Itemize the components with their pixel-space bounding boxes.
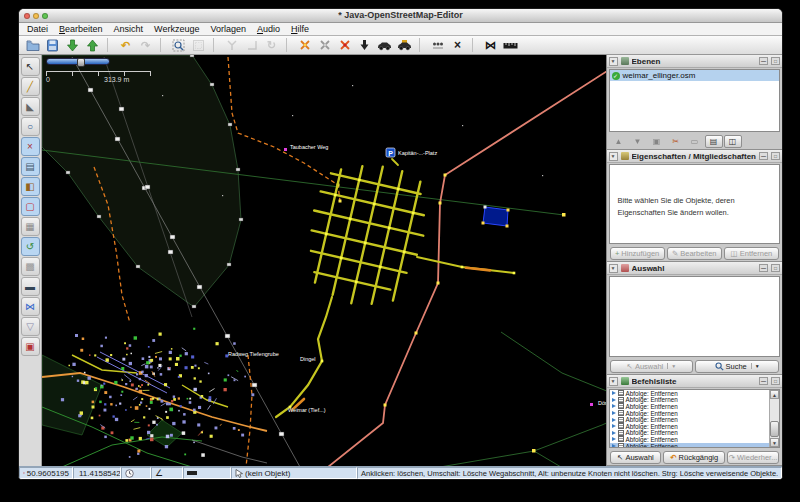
main-area: ↖╱◣○×▤◧▢▦↺▩▬⋈▽▣	[19, 55, 782, 466]
search-button[interactable]: Suche▼	[695, 360, 779, 373]
combine-way-button[interactable]	[316, 37, 333, 53]
menu-datei[interactable]: Datei	[27, 24, 48, 34]
desktop: * Java-OpenStreetMap-Editor DateiBearbei…	[0, 0, 800, 502]
collapse-icon[interactable]: ▼	[609, 152, 618, 161]
scrollbar[interactable]: ▲ ▼	[769, 390, 779, 447]
measure-button[interactable]	[502, 37, 519, 53]
minimize-window-button[interactable]	[33, 13, 39, 19]
menu-werkzeuge[interactable]: Werkzeuge	[154, 24, 199, 34]
unglue-node-button[interactable]	[223, 37, 240, 53]
save-button[interactable]	[44, 37, 61, 53]
join-node-to-way-button[interactable]	[356, 37, 373, 53]
edit-property-button[interactable]: ✎Bearbeiten	[667, 247, 722, 260]
zoom-slider[interactable]	[46, 58, 110, 65]
measure-tool[interactable]: ◣	[21, 97, 40, 116]
redo-button[interactable]: ↷	[137, 37, 154, 53]
layer-row[interactable]: ✓weimar_ellinger.osm	[610, 70, 779, 81]
open-file-button[interactable]	[24, 37, 41, 53]
zoom-to-data-button[interactable]	[190, 37, 207, 53]
command-panel-title: Befehlsliste	[632, 377, 756, 386]
map-label: Weimar (Tief...)	[288, 407, 326, 413]
properties-panel-header: ▼ Eigenschaften / Mitgliedschaften ― □	[607, 150, 782, 163]
command-select-button[interactable]: ↖Auswahl	[610, 451, 662, 464]
layer-move-down-button[interactable]: ▼	[629, 135, 647, 148]
close-icon[interactable]: □	[771, 57, 780, 65]
menu-ansicht[interactable]: Ansicht	[114, 24, 144, 34]
delete-mode-button[interactable]: ×	[449, 37, 466, 53]
close-icon[interactable]: □	[771, 152, 780, 160]
command-arrow-icon	[612, 437, 616, 441]
layers-panel-toggle[interactable]: ▤	[21, 157, 40, 176]
map-label: Kapitän-...-Platz	[398, 150, 437, 156]
command-arrow-icon	[612, 391, 616, 395]
menu-bearbeiten[interactable]: Bearbeiten	[59, 24, 103, 34]
merge-nodes-button[interactable]	[336, 37, 353, 53]
selection-menu-button[interactable]: ↖Auswahl▼	[610, 360, 694, 373]
conflicts-panel-toggle[interactable]: ▩	[21, 257, 40, 276]
layer-name: weimar_ellinger.osm	[623, 71, 696, 80]
menu-hilfe[interactable]: Hilfe	[291, 24, 309, 34]
command-arrow-icon	[612, 444, 616, 448]
filter-panel-toggle[interactable]: ▽	[21, 317, 40, 336]
upload-data-button[interactable]	[84, 37, 101, 53]
distribute-nodes-button[interactable]	[429, 37, 446, 53]
properties-panel-toggle[interactable]: ◧	[21, 177, 40, 196]
layer-visibility-button[interactable]: ▤	[705, 135, 723, 148]
collapse-icon[interactable]: ▼	[609, 377, 618, 386]
create-relation-button[interactable]: ⋈	[482, 37, 499, 53]
collapse-icon[interactable]: ▼	[609, 57, 618, 66]
layer-diff-button[interactable]: ▭	[686, 135, 704, 148]
select-tool[interactable]: ↖	[21, 57, 40, 76]
command-row[interactable]: Abfolge: Entfernen	[610, 443, 769, 448]
scrollbar-thumb[interactable]	[770, 421, 779, 437]
collapse-icon[interactable]: ▼	[609, 264, 618, 273]
vehicle-tool-button[interactable]	[376, 37, 393, 53]
zoom-to-selection-button[interactable]	[170, 37, 187, 53]
close-icon[interactable]: □	[771, 264, 780, 272]
zoom-window-button[interactable]	[42, 13, 48, 19]
stick-icon[interactable]: ―	[759, 264, 768, 272]
map-styles-toggle[interactable]: ▣	[21, 337, 40, 356]
layer-delete-button[interactable]: ◫	[724, 135, 742, 148]
layer-merge-button[interactable]: ✂	[667, 135, 685, 148]
selection-panel-header: ▼ Auswahl ― □	[607, 262, 782, 275]
add-property-button[interactable]: +Hinzufügen	[610, 247, 665, 260]
undo-button[interactable]: ↶	[117, 37, 134, 53]
map-canvas[interactable]: P	[42, 55, 606, 466]
delete-property-button[interactable]: ◫Entfernen	[724, 247, 779, 260]
commands-panel-toggle[interactable]: ↺	[21, 237, 40, 256]
update-data-button[interactable]: ↻	[263, 37, 280, 53]
authors-panel-toggle[interactable]: ⋈	[21, 297, 40, 316]
scroll-down-icon[interactable]: ▼	[770, 438, 779, 447]
vehicle-locked-tool-button[interactable]	[396, 37, 413, 53]
scale-labels: 0 313.9 m	[46, 76, 151, 84]
close-window-button[interactable]	[24, 13, 30, 19]
map-scale-widget: 0 313.9 m	[46, 58, 156, 84]
orthogonalize-button[interactable]	[243, 37, 260, 53]
close-icon[interactable]: □	[771, 377, 780, 385]
changeset-panel-toggle[interactable]: ▬	[21, 277, 40, 296]
zoom-slider-handle[interactable]	[77, 58, 85, 67]
toolbar-separator	[107, 38, 114, 52]
selection-panel-toggle[interactable]: ▢	[21, 197, 40, 216]
stick-icon[interactable]: ―	[759, 377, 768, 385]
layer-move-up-button[interactable]: ▲	[610, 135, 628, 148]
menu-vorlagen[interactable]: Vorlagen	[210, 24, 246, 34]
selection-buttons: ↖Auswahl▼ Suche▼	[607, 358, 782, 374]
draw-node-tool[interactable]: ╱	[21, 77, 40, 96]
layer-duplicate-button[interactable]: ▣	[648, 135, 666, 148]
relations-panel-toggle[interactable]: ▦	[21, 217, 40, 236]
map-label: Dingel	[300, 356, 316, 362]
stick-icon[interactable]: ―	[759, 57, 768, 65]
menu-audio[interactable]: Audio	[257, 24, 280, 34]
split-way-button[interactable]	[296, 37, 313, 53]
scroll-up-icon[interactable]: ▲	[770, 390, 779, 399]
undo-button[interactable]: ↶Rückgängig	[663, 451, 725, 464]
redo-button[interactable]: ↷Wiederher...	[727, 451, 779, 464]
download-data-button[interactable]	[64, 37, 81, 53]
delete-tool[interactable]: ×	[21, 137, 40, 156]
zoom-tool[interactable]: ○	[21, 117, 40, 136]
title-bar[interactable]: * Java-OpenStreetMap-Editor	[19, 9, 782, 23]
command-arrow-icon	[612, 404, 616, 408]
stick-icon[interactable]: ―	[759, 152, 768, 160]
